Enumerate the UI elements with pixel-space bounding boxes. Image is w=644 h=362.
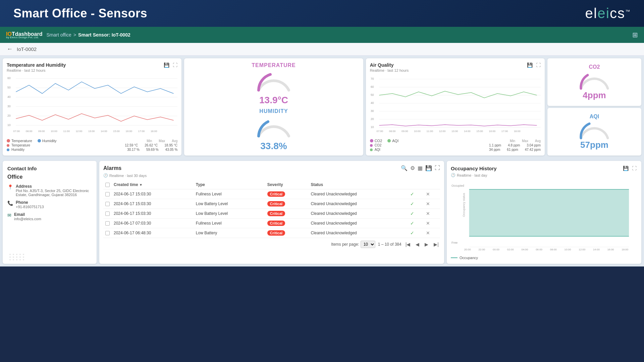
alarm-filter-icon[interactable]: ⚙	[410, 165, 415, 171]
humidity-gauge-value: 33.8%	[187, 141, 360, 152]
row-checkbox-4[interactable]	[105, 231, 110, 235]
svg-text:14:00: 14:00	[593, 248, 600, 251]
aqi-avg: 47.42 ppm	[525, 148, 541, 152]
aqi-value: 57ppm	[580, 140, 608, 150]
row-checkbox-3[interactable]	[105, 221, 110, 226]
alarm-row-1: 2024-06-17 15:03:30 Low Battery Level Cr…	[103, 199, 440, 209]
next-page-btn[interactable]: ▶	[423, 241, 430, 248]
download-btn[interactable]: 💾	[163, 62, 170, 68]
svg-text:60: 60	[371, 85, 374, 88]
svg-text:70: 70	[371, 77, 374, 80]
col-type[interactable]: Type	[194, 180, 265, 189]
temp-legend: Temperature	[7, 139, 32, 143]
co2-max: 4.8 ppm	[508, 143, 520, 147]
air-quality-card: Air Quality Realtime · last 12 hours 💾 ⛶…	[366, 58, 545, 156]
row-x-2[interactable]: ✕	[426, 211, 430, 216]
row-check-4[interactable]: ✓	[410, 230, 414, 236]
svg-text:10: 10	[7, 123, 11, 127]
svg-text:13:00: 13:00	[451, 130, 458, 133]
alarm-download-icon[interactable]: 💾	[425, 165, 432, 171]
row-x-0[interactable]: ✕	[426, 191, 430, 197]
row-x-3[interactable]: ✕	[426, 221, 430, 226]
occupancy-download-btn[interactable]: 💾	[622, 165, 629, 172]
svg-text:20: 20	[371, 117, 374, 121]
col-status[interactable]: Status	[309, 180, 408, 189]
svg-text:12:00: 12:00	[579, 248, 585, 251]
breadcrumb-current: Smart Sensor: IoT-0002	[78, 32, 130, 38]
email-icon: ✉	[7, 213, 11, 218]
col-created-time[interactable]: Created time ▼	[112, 180, 194, 189]
occupancy-card: Occupancy History 💾 ⛶ 🕐 Realtime · last …	[447, 161, 641, 264]
svg-text:40: 40	[371, 101, 374, 105]
hum-min: 30.17 %	[127, 148, 140, 152]
row-checkbox-2[interactable]	[105, 212, 110, 216]
row-check-1[interactable]: ✓	[410, 201, 414, 206]
select-all-checkbox[interactable]	[105, 183, 110, 187]
row-time-1: 2024-06-17 15:03:30	[112, 199, 194, 209]
svg-text:16:00: 16:00	[126, 130, 132, 133]
row-check-2[interactable]: ✓	[410, 211, 414, 216]
svg-text:50: 50	[7, 86, 11, 89]
occupancy-title: Occupancy History	[451, 166, 497, 171]
card-subtitle: Realtime · last 12 hours	[7, 68, 177, 72]
row-check-0[interactable]: ✓	[410, 191, 414, 197]
row-status-0: Cleared Unacknowledged	[309, 189, 408, 199]
svg-text:22:00: 22:00	[478, 248, 485, 251]
row-checkbox-1[interactable]	[105, 202, 110, 206]
col-severity[interactable]: Severity	[265, 180, 309, 189]
svg-rect-53	[469, 189, 629, 236]
hum-avg: 43.05 %	[165, 148, 178, 152]
alarm-row-0: 2024-06-17 15:03:30 Fullness Level Criti…	[103, 189, 440, 199]
row-checkbox-0[interactable]	[105, 192, 110, 196]
temp-max: 26.62 °C	[145, 143, 158, 147]
row-time-4: 2024-06-17 06:48:30	[112, 228, 194, 238]
office-name: Office	[7, 174, 92, 180]
row-x-1[interactable]: ✕	[426, 201, 430, 206]
occ-clock-icon: 🕐	[451, 173, 455, 177]
svg-text:04:00: 04:00	[521, 248, 528, 251]
svg-text:09:00: 09:00	[401, 130, 408, 133]
fullscreen-btn[interactable]: ⛶	[172, 62, 178, 68]
last-page-btn[interactable]: ▶|	[432, 241, 440, 248]
svg-text:Occupancy status: Occupancy status	[462, 193, 466, 217]
sensor-back-bar: ← IoT-0002	[0, 43, 644, 56]
items-per-page-select[interactable]: 10 25 50	[361, 241, 375, 248]
prev-page-btn[interactable]: ◀	[414, 241, 421, 248]
back-arrow-icon[interactable]: ←	[7, 46, 13, 53]
phone-value: +91-8160751713	[16, 205, 44, 209]
co2-aqi-column: CO2 4ppm AQI 57ppm	[547, 58, 641, 156]
air-download-btn[interactable]: 💾	[526, 62, 533, 68]
address-value: Plot No. A35/T-3, Sector 25, GIDC Electr…	[16, 189, 92, 197]
breadcrumb-home[interactable]: Smart office	[46, 32, 71, 38]
email-label: Email	[14, 212, 41, 217]
svg-text:Free: Free	[451, 241, 458, 244]
temp-humidity-card: Temperature and Humidity Realtime · last…	[3, 58, 181, 156]
alarm-fullscreen-icon[interactable]: ⛶	[435, 165, 440, 171]
hum-legend: Humidity	[38, 139, 57, 143]
temp-min: 12.59 °C	[125, 143, 138, 147]
air-quality-subtitle: Realtime · last 12 hours	[370, 68, 541, 72]
co2-legend: CO2	[370, 139, 382, 143]
co2-value: 4ppm	[583, 90, 606, 101]
first-page-btn[interactable]: |◀	[404, 241, 412, 248]
svg-text:11:00: 11:00	[63, 130, 70, 133]
row-x-4[interactable]: ✕	[426, 230, 430, 236]
svg-text:16:00: 16:00	[607, 248, 614, 251]
svg-text:14:00: 14:00	[101, 130, 107, 133]
temp-gauge-value: 13.9°C	[187, 95, 360, 106]
svg-text:02:00: 02:00	[507, 248, 514, 251]
alarm-search-icon[interactable]: 🔍	[401, 165, 408, 171]
expand-icon[interactable]: ⊞	[632, 31, 638, 39]
occupancy-fullscreen-btn[interactable]: ⛶	[631, 165, 637, 172]
svg-text:12:00: 12:00	[76, 130, 83, 133]
svg-text:10:00: 10:00	[565, 248, 571, 251]
pagination-range: 1 – 10 of 384	[378, 242, 401, 247]
svg-text:08:00: 08:00	[26, 130, 33, 133]
alarm-columns-icon[interactable]: ▦	[418, 165, 423, 171]
row-check-3[interactable]: ✓	[410, 221, 414, 226]
air-fullscreen-btn[interactable]: ⛶	[535, 62, 541, 68]
row-type-1: Low Battery Level	[194, 199, 265, 209]
svg-text:07:00: 07:00	[13, 130, 20, 133]
nav-bar: IOTdashboard by Eleics Design Pvt. Ltd. …	[0, 27, 644, 43]
svg-text:20: 20	[7, 114, 11, 117]
